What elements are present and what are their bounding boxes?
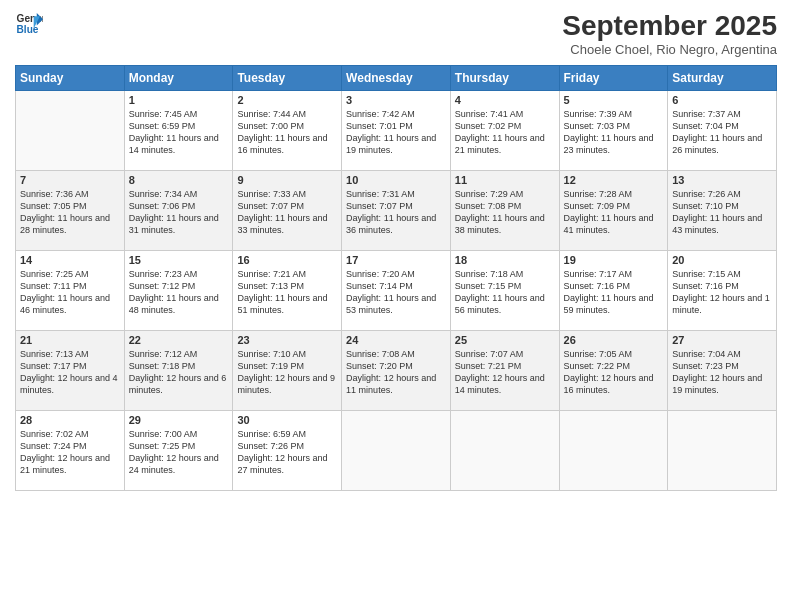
day-number: 16 (237, 254, 337, 266)
cell-details: Sunrise: 7:25 AM Sunset: 7:11 PM Dayligh… (20, 268, 120, 317)
table-row: 29Sunrise: 7:00 AM Sunset: 7:25 PM Dayli… (124, 411, 233, 491)
day-number: 25 (455, 334, 555, 346)
table-row (450, 411, 559, 491)
calendar-week-row: 14Sunrise: 7:25 AM Sunset: 7:11 PM Dayli… (16, 251, 777, 331)
cell-details: Sunrise: 7:08 AM Sunset: 7:20 PM Dayligh… (346, 348, 446, 397)
col-thursday: Thursday (450, 66, 559, 91)
day-number: 11 (455, 174, 555, 186)
day-number: 22 (129, 334, 229, 346)
calendar-week-row: 7Sunrise: 7:36 AM Sunset: 7:05 PM Daylig… (16, 171, 777, 251)
col-sunday: Sunday (16, 66, 125, 91)
header: General Blue September 2025 Choele Choel… (15, 10, 777, 57)
col-tuesday: Tuesday (233, 66, 342, 91)
table-row: 22Sunrise: 7:12 AM Sunset: 7:18 PM Dayli… (124, 331, 233, 411)
cell-details: Sunrise: 7:04 AM Sunset: 7:23 PM Dayligh… (672, 348, 772, 397)
cell-details: Sunrise: 7:42 AM Sunset: 7:01 PM Dayligh… (346, 108, 446, 157)
cell-details: Sunrise: 7:34 AM Sunset: 7:06 PM Dayligh… (129, 188, 229, 237)
table-row: 27Sunrise: 7:04 AM Sunset: 7:23 PM Dayli… (668, 331, 777, 411)
day-number: 2 (237, 94, 337, 106)
day-number: 21 (20, 334, 120, 346)
table-row: 17Sunrise: 7:20 AM Sunset: 7:14 PM Dayli… (342, 251, 451, 331)
calendar-week-row: 1Sunrise: 7:45 AM Sunset: 6:59 PM Daylig… (16, 91, 777, 171)
table-row: 18Sunrise: 7:18 AM Sunset: 7:15 PM Dayli… (450, 251, 559, 331)
title-block: September 2025 Choele Choel, Rio Negro, … (562, 10, 777, 57)
table-row: 24Sunrise: 7:08 AM Sunset: 7:20 PM Dayli… (342, 331, 451, 411)
table-row (16, 91, 125, 171)
table-row: 10Sunrise: 7:31 AM Sunset: 7:07 PM Dayli… (342, 171, 451, 251)
day-number: 12 (564, 174, 664, 186)
day-number: 1 (129, 94, 229, 106)
day-number: 24 (346, 334, 446, 346)
table-row: 5Sunrise: 7:39 AM Sunset: 7:03 PM Daylig… (559, 91, 668, 171)
table-row: 26Sunrise: 7:05 AM Sunset: 7:22 PM Dayli… (559, 331, 668, 411)
table-row (342, 411, 451, 491)
cell-details: Sunrise: 7:45 AM Sunset: 6:59 PM Dayligh… (129, 108, 229, 157)
day-number: 28 (20, 414, 120, 426)
table-row: 4Sunrise: 7:41 AM Sunset: 7:02 PM Daylig… (450, 91, 559, 171)
table-row: 28Sunrise: 7:02 AM Sunset: 7:24 PM Dayli… (16, 411, 125, 491)
cell-details: Sunrise: 7:07 AM Sunset: 7:21 PM Dayligh… (455, 348, 555, 397)
location-title: Choele Choel, Rio Negro, Argentina (562, 42, 777, 57)
cell-details: Sunrise: 7:21 AM Sunset: 7:13 PM Dayligh… (237, 268, 337, 317)
col-monday: Monday (124, 66, 233, 91)
cell-details: Sunrise: 7:10 AM Sunset: 7:19 PM Dayligh… (237, 348, 337, 397)
day-number: 17 (346, 254, 446, 266)
table-row: 15Sunrise: 7:23 AM Sunset: 7:12 PM Dayli… (124, 251, 233, 331)
table-row: 11Sunrise: 7:29 AM Sunset: 7:08 PM Dayli… (450, 171, 559, 251)
table-row: 30Sunrise: 6:59 AM Sunset: 7:26 PM Dayli… (233, 411, 342, 491)
table-row: 14Sunrise: 7:25 AM Sunset: 7:11 PM Dayli… (16, 251, 125, 331)
cell-details: Sunrise: 7:00 AM Sunset: 7:25 PM Dayligh… (129, 428, 229, 477)
day-number: 19 (564, 254, 664, 266)
cell-details: Sunrise: 7:39 AM Sunset: 7:03 PM Dayligh… (564, 108, 664, 157)
table-row: 6Sunrise: 7:37 AM Sunset: 7:04 PM Daylig… (668, 91, 777, 171)
cell-details: Sunrise: 7:18 AM Sunset: 7:15 PM Dayligh… (455, 268, 555, 317)
day-number: 7 (20, 174, 120, 186)
col-saturday: Saturday (668, 66, 777, 91)
page: General Blue September 2025 Choele Choel… (0, 0, 792, 612)
day-number: 23 (237, 334, 337, 346)
calendar-table: Sunday Monday Tuesday Wednesday Thursday… (15, 65, 777, 491)
cell-details: Sunrise: 7:33 AM Sunset: 7:07 PM Dayligh… (237, 188, 337, 237)
cell-details: Sunrise: 7:26 AM Sunset: 7:10 PM Dayligh… (672, 188, 772, 237)
day-number: 20 (672, 254, 772, 266)
svg-text:Blue: Blue (17, 24, 39, 35)
day-number: 6 (672, 94, 772, 106)
table-row: 20Sunrise: 7:15 AM Sunset: 7:16 PM Dayli… (668, 251, 777, 331)
day-number: 27 (672, 334, 772, 346)
table-row: 8Sunrise: 7:34 AM Sunset: 7:06 PM Daylig… (124, 171, 233, 251)
day-number: 15 (129, 254, 229, 266)
day-number: 8 (129, 174, 229, 186)
logo-icon: General Blue (15, 10, 43, 38)
table-row: 19Sunrise: 7:17 AM Sunset: 7:16 PM Dayli… (559, 251, 668, 331)
day-number: 29 (129, 414, 229, 426)
cell-details: Sunrise: 7:44 AM Sunset: 7:00 PM Dayligh… (237, 108, 337, 157)
logo: General Blue (15, 10, 43, 38)
table-row: 2Sunrise: 7:44 AM Sunset: 7:00 PM Daylig… (233, 91, 342, 171)
cell-details: Sunrise: 7:15 AM Sunset: 7:16 PM Dayligh… (672, 268, 772, 317)
table-row: 12Sunrise: 7:28 AM Sunset: 7:09 PM Dayli… (559, 171, 668, 251)
day-number: 9 (237, 174, 337, 186)
table-row: 3Sunrise: 7:42 AM Sunset: 7:01 PM Daylig… (342, 91, 451, 171)
day-number: 10 (346, 174, 446, 186)
day-number: 5 (564, 94, 664, 106)
day-number: 13 (672, 174, 772, 186)
day-number: 14 (20, 254, 120, 266)
cell-details: Sunrise: 7:02 AM Sunset: 7:24 PM Dayligh… (20, 428, 120, 477)
calendar-week-row: 28Sunrise: 7:02 AM Sunset: 7:24 PM Dayli… (16, 411, 777, 491)
cell-details: Sunrise: 7:17 AM Sunset: 7:16 PM Dayligh… (564, 268, 664, 317)
calendar-week-row: 21Sunrise: 7:13 AM Sunset: 7:17 PM Dayli… (16, 331, 777, 411)
table-row: 13Sunrise: 7:26 AM Sunset: 7:10 PM Dayli… (668, 171, 777, 251)
day-number: 26 (564, 334, 664, 346)
cell-details: Sunrise: 7:28 AM Sunset: 7:09 PM Dayligh… (564, 188, 664, 237)
cell-details: Sunrise: 7:13 AM Sunset: 7:17 PM Dayligh… (20, 348, 120, 397)
table-row (668, 411, 777, 491)
table-row: 25Sunrise: 7:07 AM Sunset: 7:21 PM Dayli… (450, 331, 559, 411)
month-title: September 2025 (562, 10, 777, 42)
cell-details: Sunrise: 6:59 AM Sunset: 7:26 PM Dayligh… (237, 428, 337, 477)
day-number: 30 (237, 414, 337, 426)
cell-details: Sunrise: 7:23 AM Sunset: 7:12 PM Dayligh… (129, 268, 229, 317)
cell-details: Sunrise: 7:05 AM Sunset: 7:22 PM Dayligh… (564, 348, 664, 397)
cell-details: Sunrise: 7:41 AM Sunset: 7:02 PM Dayligh… (455, 108, 555, 157)
day-number: 18 (455, 254, 555, 266)
cell-details: Sunrise: 7:12 AM Sunset: 7:18 PM Dayligh… (129, 348, 229, 397)
